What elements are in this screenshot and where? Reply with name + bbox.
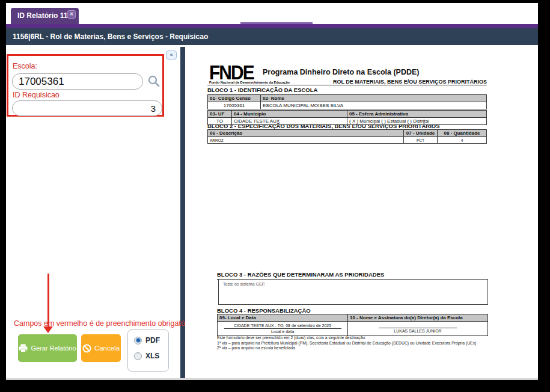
document-subtitle: ROL DE MATERIAIS, BENS E/OU SERVIÇOS PRI… — [263, 79, 487, 85]
tab-strip — [6, 24, 538, 28]
local-data-header: 09- Local e Data — [218, 314, 348, 322]
escola-input[interactable] — [12, 73, 143, 90]
id-requisicao-label: ID Requisicao — [13, 91, 60, 99]
printer-icon — [19, 344, 28, 352]
bloco3-title: BLOCO 3 - RAZÕES QUE DETERMINARAM AS PRI… — [217, 271, 488, 280]
collapse-panel-icon[interactable]: « — [166, 51, 177, 60]
unidade-header: 07 - Unidade — [404, 130, 438, 137]
close-icon[interactable]: ✕ — [67, 10, 76, 19]
search-icon — [147, 75, 160, 88]
frame-right — [538, 0, 550, 392]
frame-top — [0, 0, 550, 3]
bloco4-table: 09- Local e Data 10 - Nome e Assinatura … — [217, 314, 488, 336]
bloco3-box: Teste do sistema GEP. — [218, 279, 488, 305]
frame-left — [0, 0, 6, 392]
generate-report-label: Gerar Relatório — [31, 345, 76, 352]
escola-label: Escola: — [13, 62, 37, 70]
generate-report-button[interactable]: Gerar Relatório — [18, 334, 77, 362]
frame-bottom — [0, 380, 550, 392]
footer-line-2: 1ª via – para arquivo na Prefeitura Muni… — [217, 341, 476, 346]
assinatura-cell: LUKAS SALLES JUNIOR — [348, 322, 488, 336]
descricao-value: ARROZ — [208, 137, 404, 144]
radio-xls-icon[interactable] — [134, 352, 142, 360]
local-data-cell: CIDADE TESTE AUX - TO, 08 de setembro de… — [218, 322, 348, 336]
descricao-header: 06 - Descrição — [208, 130, 404, 137]
bloco3-content: Teste do sistema GEP. — [219, 280, 487, 289]
bloco2-title: BLOCO 2 - ESPECIFICAÇÃO DOS MATERIAIS, B… — [207, 123, 440, 129]
local-data-caption: Local e data — [219, 329, 346, 334]
footer-line-1: Este formulário deve ser preenchido em 2… — [217, 335, 476, 341]
table-row: ARROZ PCT 4 — [208, 137, 487, 144]
radio-option-xls[interactable]: XLS — [134, 352, 159, 360]
quantidade-header: 08 - Quantidade — [438, 130, 487, 137]
signature-line — [379, 328, 457, 328]
required-note: Campos em vermelho é de preenchimento ob… — [14, 319, 194, 328]
municipio-header: 04 - Município — [232, 111, 347, 118]
uf-header: 03- UF — [208, 111, 232, 118]
assinatura-value: LUKAS SALLES JUNIOR — [350, 329, 486, 333]
document-footer: Este formulário deve ser preenchido em 2… — [217, 335, 476, 351]
bloco4-title: BLOCO 4 - RESPONSABILIZAÇÃO — [217, 307, 311, 314]
report-tab[interactable]: ID Relatório 1156 ✕ — [11, 8, 79, 24]
search-button[interactable] — [145, 74, 162, 90]
bloco2-table: 06 - Descrição 07 - Unidade 08 - Quantid… — [207, 129, 487, 144]
footer-line-3: 2ª via – para arquivo na escola benefici… — [217, 346, 476, 351]
report-header-bar: 1156|6RL - Rol de Materias, Bens e Servi… — [6, 28, 538, 45]
radio-pdf-icon[interactable] — [134, 337, 142, 345]
radio-pdf-label: PDF — [145, 336, 160, 345]
quantidade-value: 4 — [438, 137, 487, 144]
codigo-censo-header: 01- Código Censo — [208, 95, 261, 102]
logo-separator — [207, 85, 487, 85]
nome-value: ESCOLA MUNICIPAL MOISES SILVA — [261, 102, 487, 109]
cancel-label: Cancela — [94, 345, 120, 352]
radio-option-pdf[interactable]: PDF — [134, 336, 160, 345]
unidade-value: PCT — [404, 137, 438, 144]
bloco1-title: BLOCO 1 - IDENTIFICAÇÃO DA ESCOLA — [207, 87, 487, 95]
report-preview: FNDE Fundo Nacional de Desenvolvimento d… — [185, 45, 538, 378]
format-radio-group: PDF XLS — [127, 329, 169, 372]
radio-xls-label: XLS — [145, 352, 159, 360]
panel-divider — [180, 47, 185, 380]
cancel-button[interactable]: Cancela — [81, 334, 121, 362]
report-header-title: 1156|6RL - Rol de Materias, Bens e Servi… — [13, 32, 208, 41]
codigo-censo-value: 17005361 — [208, 102, 261, 109]
id-requisicao-input[interactable] — [12, 100, 162, 116]
nome-header: 02- Nome — [261, 95, 487, 102]
document-title: Programa Dinheiro Direto na Escola (PDDE… — [263, 68, 419, 76]
local-data-value: CIDADE TESTE AUX - TO, 08 de setembro de… — [224, 323, 341, 329]
esfera-header: 05 - Esfera Administrativa — [347, 111, 487, 118]
assinatura-header: 10 - Nome e Assinatura do(a) Diretor(a) … — [348, 314, 488, 322]
bloco1-table-top: 01- Código Censo 02- Nome 17005361 ESCOL… — [207, 94, 487, 109]
no-entry-icon — [82, 344, 91, 353]
